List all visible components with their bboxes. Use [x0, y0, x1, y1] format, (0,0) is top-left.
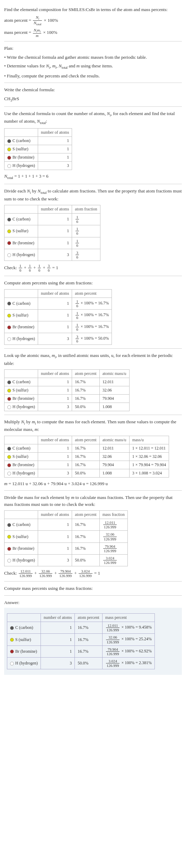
sulfur-dot-icon: [7, 455, 11, 459]
lookup-mi: mi: [52, 353, 56, 358]
bromine-dot-icon: [7, 326, 11, 329]
cell-pct: 36 × 100% = 50.0%: [72, 333, 112, 345]
divider: [4, 348, 182, 349]
element-name: S (sulfur): [12, 313, 28, 318]
cell-n: 1: [38, 321, 72, 333]
mass-percent-def: mass percent = Nimi m × 100%: [4, 28, 182, 38]
element-name: Br (bromine): [12, 462, 34, 467]
element-name: S (sulfur): [15, 637, 31, 642]
th-blank: [5, 129, 38, 137]
table-row: Br (bromine)116.7%79.904: [5, 395, 130, 403]
plan-2-mi: mi: [52, 63, 56, 68]
th-natoms: number of atoms: [38, 129, 72, 137]
cell-n: 1: [38, 444, 72, 452]
cell-element: S (sulfur): [5, 309, 38, 321]
cell-pct: 16 × 100% = 16.7%: [72, 298, 112, 309]
plus: +: [33, 570, 38, 576]
table-row: H (hydrogen)350.0%1.008: [5, 403, 130, 411]
m-sym: m: [4, 481, 7, 486]
cell-n: 1: [38, 214, 72, 225]
th-blank: [5, 436, 38, 444]
cell-pct: 16 × 100% = 16.7%: [72, 321, 112, 333]
carbon-dot-icon: [7, 380, 11, 384]
th-blank: [5, 370, 38, 378]
cell-n: 3: [38, 249, 72, 261]
table-row: Br (bromine)1: [5, 153, 72, 162]
multiply-mi: mi: [32, 419, 36, 424]
th-natoms: number of atoms: [41, 614, 74, 622]
table-row: S (sulfur)116.7%32.06126.999 × 100% = 25…: [7, 634, 155, 645]
table-row: S (sulfur)116.7%32.06: [5, 386, 130, 395]
title: Find the elemental composition for SMILE…: [4, 6, 182, 13]
bromine-dot-icon: [7, 397, 11, 401]
cell-pct: 16.7%: [72, 461, 99, 469]
cell-element: C (carbon): [5, 519, 38, 531]
cell-element: C (carbon): [5, 444, 38, 452]
count-intro-c: :: [46, 119, 47, 124]
carbon-dot-icon: [7, 447, 11, 451]
cell-mfrac: 12.011126.999: [99, 519, 127, 531]
th-amass: atomic mass/u: [99, 370, 129, 378]
cell-element: H (hydrogen): [5, 249, 38, 261]
cell-element: C (carbon): [7, 622, 41, 634]
table-row: Br (bromine)116.7%79.904126.999 × 100% =…: [7, 645, 155, 657]
cell-pct: 16.7%: [75, 622, 102, 634]
cell-pct: 50.0%: [72, 554, 99, 566]
cell-n: 3: [38, 403, 72, 411]
cell-element: C (carbon): [5, 298, 38, 309]
cell-amass: 32.06: [99, 386, 129, 395]
m-eq: m = 12.011 u + 32.06 u + 79.904 u + 3.02…: [4, 480, 182, 487]
cell-element: Br (bromine): [7, 645, 41, 657]
cell-element: C (carbon): [5, 214, 38, 225]
hydrogen-dot-icon: [7, 164, 11, 168]
th-atompct: atom percent: [72, 436, 99, 444]
chemical-formula: CH3BrS: [4, 95, 182, 103]
multiply-ni: Ni: [21, 419, 25, 424]
carbon-dot-icon: [10, 626, 14, 630]
sulfur-dot-icon: [7, 148, 11, 151]
table-row: S (sulfur)116.7%32.06126.999: [5, 531, 128, 542]
plan-2-m: m: [77, 63, 80, 68]
table-row: H (hydrogen)350.0%1.0083 × 1.008 = 3.024: [5, 469, 169, 477]
times-100-1: × 100%: [44, 17, 58, 22]
cell-n: 1: [41, 645, 74, 657]
divider: [4, 415, 182, 415]
mass-percent-frac: Nimi m: [33, 28, 41, 38]
plan-3: • Finally, compute the percents and chec…: [4, 73, 182, 79]
cell-amass: 79.904: [99, 395, 129, 403]
table-header-row: number of atoms atom percent atomic mass…: [5, 436, 169, 444]
cell-element: Br (bromine): [5, 153, 38, 162]
lookup-intro-a: Look up the atomic mass,: [4, 353, 52, 358]
table-row: Br (bromine)116.7%79.904126.999: [5, 542, 128, 554]
cell-n: 3: [38, 469, 72, 477]
divider: [4, 276, 182, 276]
divider: [4, 41, 182, 41]
element-name: C (carbon): [12, 379, 30, 384]
answer-box: number of atoms atom percent mass percen…: [4, 608, 182, 675]
th-blank: [7, 614, 41, 622]
hydrogen-dot-icon: [7, 472, 11, 475]
plus: +: [32, 265, 37, 270]
table-row: H (hydrogen)336 × 100% = 50.0%: [5, 333, 112, 345]
sulfur-dot-icon: [10, 638, 14, 642]
mass-percent-lhs: mass percent =: [4, 30, 32, 35]
cell-n: 3: [38, 162, 72, 170]
cell-n: 3: [38, 554, 72, 566]
cell-mfrac: 79.904126.999: [99, 542, 127, 554]
element-name: S (sulfur): [12, 454, 28, 459]
cell-pct: 16.7%: [72, 542, 99, 554]
plan-2-ni: Ni: [46, 63, 50, 68]
atom-percent-table: number of atoms atom percent C (carbon)1…: [4, 289, 112, 345]
cell-pct: 16.7%: [72, 395, 99, 403]
carbon-dot-icon: [7, 523, 11, 527]
plan-2a: • Determine values for: [4, 63, 46, 68]
cell-pct: 16.7%: [72, 378, 99, 386]
count-intro-ni: Ni: [107, 111, 110, 116]
element-name: H (hydrogen): [12, 336, 35, 341]
cell-n: 1: [41, 622, 74, 634]
element-name: Br (bromine): [12, 546, 34, 551]
cell-mpct: 32.06126.999 × 100% = 25.24%: [102, 634, 154, 645]
element-name: H (hydrogen): [12, 163, 35, 168]
th-blank: [5, 205, 38, 214]
cell-n: 3: [38, 333, 72, 345]
